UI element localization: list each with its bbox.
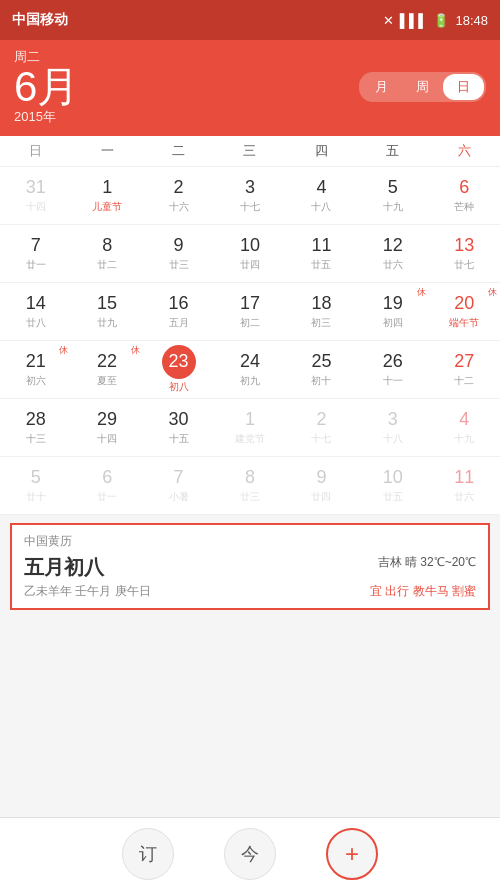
- lunar-title: 中国黄历: [24, 533, 476, 550]
- day-cell[interactable]: 6芒种: [429, 167, 500, 225]
- calendar-header: 周二 6月 2015年 月 周 日: [0, 40, 500, 136]
- day-lunar: 十七: [240, 200, 260, 214]
- header-date: 周二 6月 2015年: [14, 48, 79, 126]
- view-month-btn[interactable]: 月: [361, 74, 402, 100]
- lunar-ganzhi: 乙未羊年 壬午月 庚午日: [24, 583, 151, 600]
- day-number: 1: [102, 177, 112, 199]
- day-number: 10: [240, 235, 260, 257]
- day-lunar: 芒种: [454, 200, 474, 214]
- day-number: 14: [26, 293, 46, 315]
- day-number: 16: [169, 293, 189, 315]
- day-number: 21: [26, 351, 46, 373]
- day-cell[interactable]: 2十六: [143, 167, 214, 225]
- calendar-area: 日 一 二 三 四 五 六 31十四1儿童节2十六3十七4十八5十九6芒种7廿一…: [0, 136, 500, 515]
- day-lunar: 十三: [26, 432, 46, 446]
- day-lunar: 初三: [311, 316, 331, 330]
- day-cell[interactable]: 10廿四: [214, 225, 285, 283]
- today-button[interactable]: 今: [224, 828, 276, 880]
- day-number: 11: [311, 235, 331, 257]
- day-lunar: 廿五: [311, 258, 331, 272]
- day-cell[interactable]: 15廿九: [71, 283, 142, 341]
- day-cell[interactable]: 23初八: [143, 341, 214, 399]
- day-number: 25: [311, 351, 331, 373]
- day-cell[interactable]: 18初三: [286, 283, 357, 341]
- day-cell[interactable]: 3十七: [214, 167, 285, 225]
- day-cell[interactable]: 26十一: [357, 341, 428, 399]
- day-cell[interactable]: 8廿二: [71, 225, 142, 283]
- day-number: 5: [31, 467, 41, 489]
- day-number: 23: [162, 345, 196, 379]
- day-cell[interactable]: 10廿五: [357, 457, 428, 515]
- day-cell[interactable]: 9廿三: [143, 225, 214, 283]
- day-cell[interactable]: 28十三: [0, 399, 71, 457]
- day-cell[interactable]: 休22夏至: [71, 341, 142, 399]
- day-lunar: 廿七: [454, 258, 474, 272]
- day-cell[interactable]: 4十九: [429, 399, 500, 457]
- day-lunar: 初六: [26, 374, 46, 388]
- day-number: 27: [454, 351, 474, 373]
- lunar-yi: 宜 出行 教牛马 割蜜: [370, 583, 476, 600]
- day-cell[interactable]: 25初十: [286, 341, 357, 399]
- day-number: 4: [459, 409, 469, 431]
- day-cell[interactable]: 11廿六: [429, 457, 500, 515]
- day-cell[interactable]: 1儿童节: [71, 167, 142, 225]
- day-lunar: 十八: [383, 432, 403, 446]
- day-cell[interactable]: 16五月: [143, 283, 214, 341]
- day-cell[interactable]: 11廿五: [286, 225, 357, 283]
- day-cell[interactable]: 7小暑: [143, 457, 214, 515]
- day-cell[interactable]: 6廿一: [71, 457, 142, 515]
- day-number: 7: [174, 467, 184, 489]
- add-event-button[interactable]: +: [326, 828, 378, 880]
- weekday-wed: 三: [214, 136, 285, 166]
- day-number: 2: [316, 409, 326, 431]
- day-cell[interactable]: 休21初六: [0, 341, 71, 399]
- day-cell[interactable]: 3十八: [357, 399, 428, 457]
- signal-bars-icon: ▌▌▌: [400, 13, 428, 28]
- lunar-date: 五月初八: [24, 554, 104, 581]
- day-cell[interactable]: 1建党节: [214, 399, 285, 457]
- view-toggle[interactable]: 月 周 日: [359, 72, 486, 102]
- day-number: 8: [245, 467, 255, 489]
- day-cell[interactable]: 9廿四: [286, 457, 357, 515]
- day-number: 4: [316, 177, 326, 199]
- day-cell[interactable]: 29十四: [71, 399, 142, 457]
- day-cell[interactable]: 30十五: [143, 399, 214, 457]
- day-cell[interactable]: 27十二: [429, 341, 500, 399]
- day-lunar: 十六: [169, 200, 189, 214]
- day-cell[interactable]: 5廿十: [0, 457, 71, 515]
- day-cell[interactable]: 31十四: [0, 167, 71, 225]
- weekday-sat: 六: [429, 136, 500, 166]
- day-number: 24: [240, 351, 260, 373]
- lunar-panel: 中国黄历 五月初八 吉林 晴 32℃~20℃ 乙未羊年 壬午月 庚午日 宜 出行…: [10, 523, 490, 610]
- add-icon: +: [345, 840, 359, 868]
- day-cell[interactable]: 13廿七: [429, 225, 500, 283]
- day-cell[interactable]: 4十八: [286, 167, 357, 225]
- day-lunar: 十二: [454, 374, 474, 388]
- day-cell[interactable]: 17初二: [214, 283, 285, 341]
- day-cell[interactable]: 2十七: [286, 399, 357, 457]
- day-cell[interactable]: 休19初四: [357, 283, 428, 341]
- day-number: 9: [316, 467, 326, 489]
- header-month: 6月: [14, 66, 79, 108]
- day-lunar: 廿一: [26, 258, 46, 272]
- day-cell[interactable]: 14廿八: [0, 283, 71, 341]
- day-number: 18: [311, 293, 331, 315]
- day-cell[interactable]: 5十九: [357, 167, 428, 225]
- day-lunar: 十五: [169, 432, 189, 446]
- day-lunar: 十九: [454, 432, 474, 446]
- day-lunar: 十四: [97, 432, 117, 446]
- day-number: 3: [245, 177, 255, 199]
- day-cell[interactable]: 休20端午节: [429, 283, 500, 341]
- view-week-btn[interactable]: 周: [402, 74, 443, 100]
- day-lunar: 廿四: [311, 490, 331, 504]
- day-number: 5: [388, 177, 398, 199]
- day-cell[interactable]: 7廿一: [0, 225, 71, 283]
- view-day-btn[interactable]: 日: [443, 74, 484, 100]
- subscribe-label: 订: [139, 842, 157, 866]
- day-cell[interactable]: 12廿六: [357, 225, 428, 283]
- subscribe-button[interactable]: 订: [122, 828, 174, 880]
- day-number: 30: [169, 409, 189, 431]
- day-cell[interactable]: 24初九: [214, 341, 285, 399]
- day-cell[interactable]: 8廿三: [214, 457, 285, 515]
- day-lunar: 小暑: [169, 490, 189, 504]
